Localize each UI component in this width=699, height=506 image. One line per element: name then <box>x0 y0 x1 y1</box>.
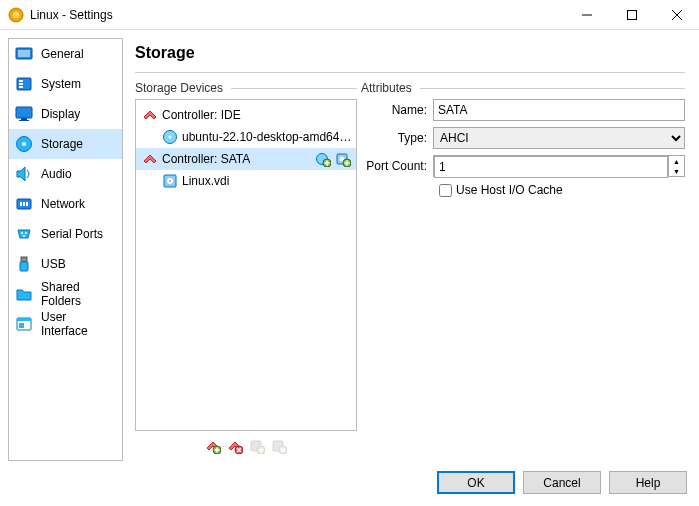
maximize-button[interactable] <box>609 0 654 29</box>
attributes-panel: Attributes Name: Type: AHCI Port Count: … <box>361 81 685 461</box>
sidebar-item-usb[interactable]: USB <box>9 249 122 279</box>
sidebar-item-label: Shared Folders <box>41 280 116 308</box>
disc-icon <box>162 129 178 145</box>
sidebar-item-shared-folders[interactable]: Shared Folders <box>9 279 122 309</box>
ok-button[interactable]: OK <box>437 471 515 494</box>
display-icon <box>15 105 33 123</box>
svg-rect-11 <box>19 86 23 88</box>
dialog-footer: OK Cancel Help <box>0 461 699 506</box>
sidebar-item-label: User Interface <box>41 310 116 338</box>
storage-devices-label: Storage Devices <box>135 81 357 95</box>
ui-icon <box>15 315 33 333</box>
tree-label: ubuntu-22.10-desktop-amd64.i... <box>182 130 352 144</box>
svg-rect-12 <box>16 107 32 118</box>
host-io-cache-label: Use Host I/O Cache <box>456 183 563 197</box>
add-controller-button[interactable] <box>204 437 222 455</box>
type-label: Type: <box>361 131 433 145</box>
host-io-cache-checkbox[interactable] <box>439 184 452 197</box>
folder-icon <box>15 285 33 303</box>
sidebar-item-general[interactable]: General <box>9 39 122 69</box>
controller-ide-row[interactable]: Controller: IDE <box>136 104 356 126</box>
sidebar-item-label: Display <box>41 107 80 121</box>
storage-devices-panel: Storage Devices Controller: IDE ubuntu-2… <box>135 81 357 461</box>
storage-toolbar <box>135 431 357 461</box>
settings-sidebar: General System Display Storage Audio Net… <box>8 38 123 461</box>
sidebar-item-display[interactable]: Display <box>9 99 122 129</box>
svg-line-5 <box>672 10 682 20</box>
svg-rect-27 <box>17 318 31 321</box>
titlebar: Linux - Settings <box>0 0 699 30</box>
disk-ubuntu-row[interactable]: ubuntu-22.10-desktop-amd64.i... <box>136 126 356 148</box>
usb-icon <box>15 255 33 273</box>
sidebar-item-user-interface[interactable]: User Interface <box>9 309 122 339</box>
controller-icon <box>142 107 158 123</box>
name-input[interactable] <box>433 99 685 121</box>
tree-label: Controller: IDE <box>162 108 352 122</box>
svg-rect-19 <box>23 202 25 206</box>
type-select[interactable]: AHCI <box>433 127 685 149</box>
remove-attachment-button <box>270 437 288 455</box>
add-attachment-button <box>248 437 266 455</box>
sidebar-item-audio[interactable]: Audio <box>9 159 122 189</box>
serial-icon <box>15 225 33 243</box>
svg-rect-18 <box>20 202 22 206</box>
svg-rect-7 <box>18 50 30 57</box>
system-icon <box>15 75 33 93</box>
svg-point-42 <box>169 180 171 182</box>
settings-page: Storage Storage Devices Controller: IDE … <box>125 38 691 461</box>
svg-rect-13 <box>21 118 27 120</box>
port-count-input[interactable] <box>434 156 668 178</box>
page-title: Storage <box>135 40 685 73</box>
tree-label: Controller: SATA <box>162 152 312 166</box>
network-icon <box>15 195 33 213</box>
add-harddisk-button[interactable] <box>334 150 352 168</box>
svg-rect-20 <box>26 202 28 206</box>
svg-point-23 <box>23 235 25 237</box>
sidebar-item-label: General <box>41 47 84 61</box>
svg-point-21 <box>21 232 23 234</box>
harddisk-icon <box>162 173 178 189</box>
sidebar-item-serial-ports[interactable]: Serial Ports <box>9 219 122 249</box>
svg-rect-25 <box>20 262 28 271</box>
storage-icon <box>15 135 33 153</box>
sidebar-item-label: Serial Ports <box>41 227 103 241</box>
svg-point-16 <box>22 142 26 146</box>
svg-rect-3 <box>627 10 636 19</box>
svg-rect-9 <box>19 80 23 82</box>
storage-tree[interactable]: Controller: IDE ubuntu-22.10-desktop-amd… <box>135 99 357 431</box>
sidebar-item-label: Storage <box>41 137 83 151</box>
spinner-buttons[interactable]: ▲▼ <box>668 156 684 176</box>
help-button[interactable]: Help <box>609 471 687 494</box>
svg-rect-28 <box>19 323 24 328</box>
tree-label: Linux.vdi <box>182 174 352 188</box>
attributes-label: Attributes <box>361 81 685 95</box>
add-optical-button[interactable] <box>314 150 332 168</box>
close-button[interactable] <box>654 0 699 29</box>
audio-icon <box>15 165 33 183</box>
cancel-button[interactable]: Cancel <box>523 471 601 494</box>
name-label: Name: <box>361 103 433 117</box>
disk-linux-row[interactable]: Linux.vdi <box>136 170 356 192</box>
port-count-label: Port Count: <box>361 159 433 173</box>
svg-rect-24 <box>21 257 27 262</box>
svg-point-22 <box>25 232 27 234</box>
svg-rect-10 <box>19 83 23 85</box>
port-count-spinner[interactable]: ▲▼ <box>433 155 685 177</box>
sidebar-item-storage[interactable]: Storage <box>9 129 122 159</box>
general-icon <box>15 45 33 63</box>
remove-controller-button[interactable] <box>226 437 244 455</box>
svg-line-4 <box>672 10 682 20</box>
controller-sata-row[interactable]: Controller: SATA <box>136 148 356 170</box>
sidebar-item-network[interactable]: Network <box>9 189 122 219</box>
svg-point-1 <box>13 11 20 18</box>
sidebar-item-system[interactable]: System <box>9 69 122 99</box>
sidebar-item-label: Network <box>41 197 85 211</box>
sidebar-item-label: Audio <box>41 167 72 181</box>
window-title: Linux - Settings <box>30 8 564 22</box>
app-icon <box>8 7 24 23</box>
controller-icon <box>142 151 158 167</box>
sidebar-item-label: System <box>41 77 81 91</box>
minimize-button[interactable] <box>564 0 609 29</box>
svg-point-30 <box>169 136 172 139</box>
svg-rect-14 <box>19 120 29 121</box>
